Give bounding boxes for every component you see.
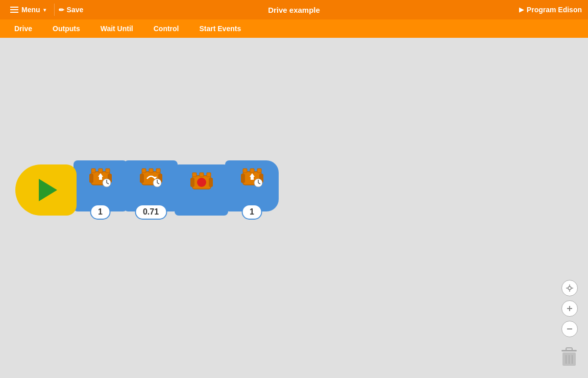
block-drive-forward-1[interactable]: 1 bbox=[74, 160, 127, 211]
zoom-out-button[interactable] bbox=[561, 321, 578, 337]
block-1-value[interactable]: 1 bbox=[90, 204, 111, 220]
svg-rect-32 bbox=[241, 174, 245, 183]
top-bar: Menu ▾ ✏ Save Drive example ▶ Program Ed… bbox=[0, 0, 588, 19]
svg-rect-1 bbox=[91, 169, 95, 173]
program-edison-button[interactable]: ▶ Program Edison bbox=[519, 6, 582, 14]
svg-rect-24 bbox=[207, 173, 211, 177]
block-4-value[interactable]: 1 bbox=[241, 204, 262, 220]
svg-rect-48 bbox=[566, 348, 572, 350]
svg-rect-31 bbox=[257, 169, 261, 173]
trash-button[interactable] bbox=[559, 346, 579, 368]
nav-item-wait-until[interactable]: Wait Until bbox=[90, 21, 143, 36]
save-label: Save bbox=[67, 6, 84, 14]
hamburger-icon bbox=[10, 7, 18, 13]
block-drive-turn[interactable]: 0.71 bbox=[124, 160, 178, 211]
nav-item-outputs[interactable]: Outputs bbox=[42, 21, 90, 36]
block-drive-stop[interactable] bbox=[175, 164, 228, 216]
nav-item-start-events[interactable]: Start Events bbox=[189, 21, 251, 36]
nav-item-drive[interactable]: Drive bbox=[4, 21, 42, 36]
svg-point-39 bbox=[568, 287, 571, 290]
svg-rect-3 bbox=[106, 169, 110, 173]
zoom-in-icon bbox=[566, 304, 574, 313]
blocks-container[interactable]: 1 0.71 bbox=[15, 160, 279, 220]
svg-rect-15 bbox=[140, 174, 144, 183]
menu-button[interactable]: Menu ▾ bbox=[6, 4, 50, 16]
svg-rect-4 bbox=[89, 174, 93, 183]
drive-stop-icon bbox=[188, 169, 215, 195]
menu-chevron-icon: ▾ bbox=[43, 7, 46, 13]
svg-rect-29 bbox=[243, 169, 247, 173]
canvas-controls bbox=[561, 280, 578, 337]
svg-rect-35 bbox=[251, 177, 254, 180]
top-bar-left: Menu ▾ ✏ Save bbox=[6, 4, 87, 16]
program-edison-label: Program Edison bbox=[527, 6, 582, 14]
trash-icon bbox=[559, 346, 579, 368]
svg-rect-30 bbox=[250, 169, 254, 173]
canvas-area[interactable]: 1 0.71 bbox=[0, 38, 588, 378]
svg-rect-26 bbox=[209, 178, 213, 187]
svg-rect-22 bbox=[192, 173, 197, 177]
save-button[interactable]: ✏ Save bbox=[54, 4, 88, 16]
svg-rect-13 bbox=[149, 169, 153, 173]
program-title: Drive example bbox=[268, 6, 320, 14]
block-drive-forward-2[interactable]: 1 bbox=[225, 160, 279, 211]
play-icon: ▶ bbox=[519, 6, 524, 13]
block-2-value[interactable]: 0.71 bbox=[135, 204, 167, 220]
zoom-in-button[interactable] bbox=[561, 300, 578, 317]
svg-rect-12 bbox=[142, 169, 146, 173]
nav-item-control[interactable]: Control bbox=[143, 21, 189, 36]
zoom-out-icon bbox=[566, 325, 574, 333]
drive-turn-icon bbox=[138, 164, 164, 191]
drive-forward-2-icon bbox=[239, 164, 265, 191]
svg-rect-25 bbox=[190, 178, 194, 187]
svg-rect-2 bbox=[99, 169, 103, 173]
svg-rect-23 bbox=[200, 173, 204, 177]
drive-forward-icon bbox=[87, 164, 114, 191]
recenter-button[interactable] bbox=[561, 280, 578, 296]
svg-rect-14 bbox=[156, 169, 160, 173]
start-block[interactable] bbox=[15, 164, 77, 216]
start-play-icon bbox=[39, 179, 57, 201]
svg-point-27 bbox=[197, 178, 206, 187]
menu-label: Menu bbox=[21, 6, 40, 14]
nav-bar: Drive Outputs Wait Until Control Start E… bbox=[0, 19, 588, 38]
pencil-icon: ✏ bbox=[59, 6, 64, 14]
recenter-icon bbox=[566, 284, 574, 292]
svg-rect-7 bbox=[99, 177, 102, 180]
